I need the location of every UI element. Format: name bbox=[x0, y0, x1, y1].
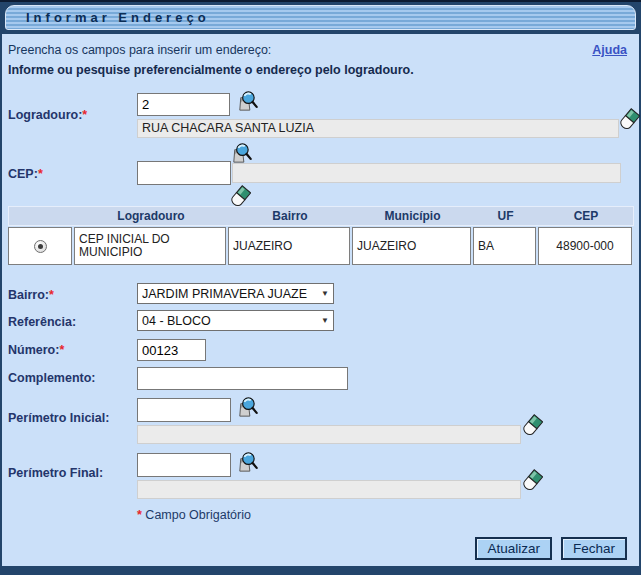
perimetro-inicial-name-field bbox=[137, 425, 521, 444]
logradouro-label: Logradouro:* bbox=[8, 108, 87, 122]
header-municipio: Município bbox=[353, 207, 472, 225]
cep-search-icon[interactable] bbox=[229, 142, 252, 165]
header-cep: CEP bbox=[539, 207, 633, 225]
perimetro-inicial-search-icon[interactable] bbox=[235, 396, 258, 419]
referencia-selected-value: 04 - BLOCO bbox=[138, 314, 319, 328]
atualizar-button[interactable]: Atualizar bbox=[475, 537, 552, 560]
header-radio bbox=[9, 207, 73, 225]
complemento-label: Complemento: bbox=[8, 371, 96, 385]
cep-results-table: Logradouro Bairro Município UF CEP CEP I… bbox=[8, 206, 634, 265]
perimetro-final-eraser-icon[interactable] bbox=[522, 469, 543, 493]
numero-input[interactable] bbox=[137, 339, 206, 361]
perimetro-final-search-icon[interactable] bbox=[235, 451, 258, 474]
cell-uf: BA bbox=[473, 227, 536, 265]
dialog-title: Informar Endereço bbox=[6, 10, 210, 25]
cep-name-field bbox=[232, 163, 621, 183]
dialog-informar-endereco: Informar Endereço Preencha os campos par… bbox=[0, 0, 641, 575]
cell-bairro: JUAZEIRO bbox=[228, 227, 350, 265]
bairro-selected-value: JARDIM PRIMAVERA JUAZE bbox=[138, 287, 319, 301]
perimetro-final-code-input[interactable] bbox=[137, 453, 231, 477]
chevron-down-icon: ▼ bbox=[319, 316, 333, 325]
header-logradouro: Logradouro bbox=[75, 207, 227, 225]
cell-cep: 48900-000 bbox=[538, 227, 632, 265]
help-link[interactable]: Ajuda bbox=[592, 43, 627, 57]
fechar-button[interactable]: Fechar bbox=[561, 537, 627, 560]
cep-label: CEP:* bbox=[8, 167, 43, 181]
logradouro-eraser-icon[interactable] bbox=[619, 108, 640, 132]
bairro-select[interactable]: JARDIM PRIMAVERA JUAZE ▼ bbox=[137, 283, 334, 304]
intro-text: Preencha os campos para inserir um ender… bbox=[8, 43, 271, 57]
instruction-text: Informe ou pesquise preferencialmente o … bbox=[8, 63, 414, 77]
header-bairro: Bairro bbox=[229, 207, 351, 225]
dialog-titlebar: Informar Endereço bbox=[5, 5, 636, 30]
header-uf: UF bbox=[474, 207, 537, 225]
chevron-down-icon: ▼ bbox=[319, 289, 333, 298]
logradouro-name-field: RUA CHACARA SANTA LUZIA bbox=[137, 119, 619, 138]
referencia-label: Referência: bbox=[8, 315, 76, 329]
table-row: CEP INICIAL DO MUNICIPIO JUAZEIRO JUAZEI… bbox=[8, 227, 634, 265]
dialog-body: Preencha os campos para inserir um ender… bbox=[2, 34, 639, 566]
table-header-row: Logradouro Bairro Município UF CEP bbox=[8, 206, 634, 226]
logradouro-code-input[interactable] bbox=[137, 93, 230, 116]
complemento-input[interactable] bbox=[137, 367, 348, 390]
cell-logradouro: CEP INICIAL DO MUNICIPIO bbox=[74, 227, 226, 265]
perimetro-inicial-label: Perímetro Inicial: bbox=[8, 411, 109, 425]
row-select-radio[interactable] bbox=[34, 240, 47, 253]
perimetro-inicial-code-input[interactable] bbox=[137, 398, 231, 422]
perimetro-inicial-eraser-icon[interactable] bbox=[522, 414, 543, 438]
logradouro-search-icon[interactable] bbox=[235, 90, 258, 113]
cell-municipio: JUAZEIRO bbox=[352, 227, 471, 265]
cep-code-input[interactable] bbox=[137, 161, 231, 185]
bairro-label: Bairro:* bbox=[8, 288, 54, 302]
perimetro-final-name-field bbox=[137, 480, 521, 499]
action-buttons: Atualizar Fechar bbox=[475, 537, 627, 560]
required-fields-note: * Campo Obrigatório bbox=[137, 508, 251, 522]
perimetro-final-label: Perímetro Final: bbox=[8, 466, 103, 480]
referencia-select[interactable]: 04 - BLOCO ▼ bbox=[137, 310, 334, 331]
numero-label: Número:* bbox=[8, 343, 64, 357]
